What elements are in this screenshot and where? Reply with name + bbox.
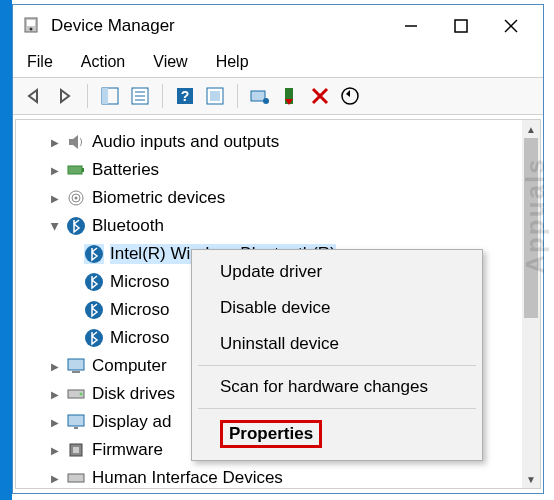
device-category-audio[interactable]: ▶ Audio inputs and outputs <box>20 128 536 156</box>
menu-file[interactable]: File <box>27 53 53 71</box>
menu-help[interactable]: Help <box>216 53 249 71</box>
svg-rect-34 <box>72 371 80 373</box>
device-label: Microso <box>110 300 170 320</box>
category-label: Audio inputs and outputs <box>92 132 279 152</box>
category-label: Firmware <box>92 440 163 460</box>
disable-toolbar-button[interactable] <box>338 84 362 108</box>
speaker-icon <box>66 132 86 152</box>
category-label: Bluetooth <box>92 216 164 236</box>
ctx-separator <box>198 365 476 366</box>
battery-icon <box>66 160 86 180</box>
chevron-right-icon: ▶ <box>46 417 64 428</box>
device-label: Microso <box>110 272 170 292</box>
svg-rect-23 <box>68 166 82 174</box>
highlighted-properties: Properties <box>220 420 322 448</box>
device-category-batteries[interactable]: ▶ Batteries <box>20 156 536 184</box>
help-toolbar-button[interactable]: ? <box>173 84 197 108</box>
show-hide-tree-button[interactable] <box>98 84 122 108</box>
svg-point-27 <box>75 197 78 200</box>
svg-rect-24 <box>82 168 84 172</box>
chevron-right-icon: ▶ <box>46 193 64 204</box>
scroll-up-icon[interactable]: ▲ <box>522 120 540 138</box>
ctx-disable-device[interactable]: Disable device <box>192 290 482 326</box>
device-category-biometric[interactable]: ▶ Biometric devices <box>20 184 536 212</box>
bluetooth-icon <box>84 328 104 348</box>
chevron-down-icon: ▶ <box>50 217 61 235</box>
window-controls <box>401 16 521 36</box>
svg-rect-17 <box>251 91 265 101</box>
close-button[interactable] <box>501 16 521 36</box>
chevron-right-icon: ▶ <box>46 165 64 176</box>
category-label: Human Interface Devices <box>92 468 283 488</box>
watermark: Appuals <box>520 157 551 274</box>
titlebar: Device Manager <box>13 5 543 47</box>
ctx-update-driver[interactable]: Update driver <box>192 254 482 290</box>
minimize-button[interactable] <box>401 16 421 36</box>
ctx-scan-hardware[interactable]: Scan for hardware changes <box>192 369 482 405</box>
add-legacy-button[interactable] <box>278 84 302 108</box>
ctx-properties[interactable]: Properties <box>192 412 482 456</box>
svg-rect-4 <box>455 20 467 32</box>
update-toolbar-button[interactable] <box>248 84 272 108</box>
device-category-bluetooth[interactable]: ▶ Bluetooth <box>20 212 536 240</box>
browser-edge <box>0 0 12 500</box>
svg-point-2 <box>30 28 33 31</box>
forward-button[interactable] <box>53 84 77 108</box>
chevron-right-icon: ▶ <box>46 361 64 372</box>
window-title: Device Manager <box>51 16 401 36</box>
back-button[interactable] <box>23 84 47 108</box>
svg-rect-1 <box>27 20 35 26</box>
menubar: File Action View Help <box>13 47 543 77</box>
svg-rect-8 <box>102 88 108 104</box>
display-icon <box>66 412 86 432</box>
bluetooth-icon <box>84 244 104 264</box>
device-label: Microso <box>110 328 170 348</box>
chevron-right-icon: ▶ <box>46 137 64 148</box>
svg-rect-41 <box>68 474 84 482</box>
category-label: Computer <box>92 356 167 376</box>
maximize-button[interactable] <box>451 16 471 36</box>
fingerprint-icon <box>66 188 86 208</box>
chip-icon <box>66 440 86 460</box>
ctx-separator <box>198 408 476 409</box>
bluetooth-icon <box>84 300 104 320</box>
disk-icon <box>66 384 86 404</box>
toolbar: ? <box>13 77 543 115</box>
menu-action[interactable]: Action <box>81 53 125 71</box>
ctx-uninstall-device[interactable]: Uninstall device <box>192 326 482 362</box>
svg-point-36 <box>80 393 83 396</box>
bluetooth-icon <box>66 216 86 236</box>
context-menu: Update driver Disable device Uninstall d… <box>191 249 483 461</box>
svg-rect-37 <box>68 415 84 426</box>
svg-rect-40 <box>73 447 79 453</box>
bluetooth-icon <box>84 272 104 292</box>
menu-view[interactable]: View <box>153 53 187 71</box>
category-label: Batteries <box>92 160 159 180</box>
chevron-right-icon: ▶ <box>46 473 64 484</box>
hid-icon <box>66 468 86 488</box>
toolbar-separator <box>87 84 88 108</box>
chevron-right-icon: ▶ <box>46 445 64 456</box>
svg-text:?: ? <box>181 88 190 104</box>
category-label: Disk drives <box>92 384 175 404</box>
computer-icon <box>66 356 86 376</box>
scroll-down-icon[interactable]: ▼ <box>522 470 540 488</box>
svg-point-18 <box>263 98 269 104</box>
properties-toolbar-button[interactable] <box>128 84 152 108</box>
category-label: Display ad <box>92 412 171 432</box>
svg-rect-16 <box>210 91 220 101</box>
toolbar-separator <box>237 84 238 108</box>
app-icon <box>21 16 41 36</box>
scan-toolbar-button[interactable] <box>203 84 227 108</box>
chevron-right-icon: ▶ <box>46 389 64 400</box>
svg-rect-38 <box>74 427 78 429</box>
uninstall-toolbar-button[interactable] <box>308 84 332 108</box>
category-label: Biometric devices <box>92 188 225 208</box>
toolbar-separator <box>162 84 163 108</box>
svg-rect-33 <box>68 359 84 370</box>
device-category-hid[interactable]: ▶ Human Interface Devices <box>20 464 536 489</box>
